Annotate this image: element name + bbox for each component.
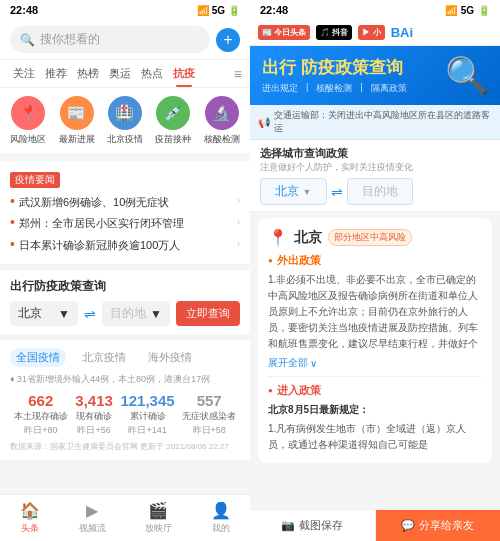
notice-text: 交通运输部：关闭进出中高风险地区所在县区的道路客运: [274, 109, 492, 135]
alert-item-0[interactable]: • 武汉新增6例确诊、10例无症状 ›: [10, 192, 240, 213]
data-source: 数据来源：国家卫生健康委员会官网 更新于 2021/08/06 22:27: [10, 441, 240, 452]
from-city-value: 北京: [18, 305, 42, 322]
policy-city-name: 北京: [294, 229, 322, 247]
battery-icon: 🔋: [228, 5, 240, 16]
to-city-arrow: ▼: [150, 307, 162, 321]
alert-tag: 疫情要闻: [10, 172, 60, 188]
hero-title-line2: 防疫政策查询: [301, 58, 403, 77]
ep-subtitle: ♦ 31省新增境外输入44例，本土80例，港澳台17例: [10, 373, 240, 386]
travel-row: 北京 ▼ ⇌ 目的地 ▼ 立即查询: [10, 301, 240, 326]
stat-confirmed-change: 昨日+56: [77, 424, 110, 437]
risk-badge: 部分地区中高风险: [328, 229, 412, 246]
home-icon: 🏠: [20, 501, 40, 520]
right-from-city-arrow: ▼: [302, 187, 311, 197]
in-policy-title: 进入政策: [268, 383, 482, 398]
from-city-select[interactable]: 北京 ▼: [10, 301, 78, 326]
tab-olympics[interactable]: 奥运: [104, 60, 136, 87]
vaccine-label: 疫苗接种: [155, 133, 191, 146]
latest-icon: 📰: [60, 96, 94, 130]
alert-dot-2: •: [10, 236, 15, 252]
tab-hotlist[interactable]: 热榜: [72, 60, 104, 87]
left-status-bar: 22:48 📶 5G 🔋: [0, 0, 250, 20]
hero-sub-0: 进出规定: [262, 82, 298, 95]
in-policy-subtitle: 北京8月5日最新规定：: [268, 402, 482, 418]
add-button[interactable]: +: [216, 28, 240, 52]
share-icon: 💬: [401, 519, 415, 532]
bn-cinema-label: 放映厅: [145, 522, 172, 535]
to-city-select[interactable]: 目的地 ▼: [102, 301, 170, 326]
share-friends-button[interactable]: 💬 分享给亲友: [376, 510, 501, 541]
swap-arrow-icon: ⇌: [84, 306, 96, 322]
icon-nucleic[interactable]: 🔬 核酸检测: [200, 96, 244, 146]
alert-section: 疫情要闻 • 武汉新增6例确诊、10例无症状 › • 郑州：全市居民小区实行闭环…: [0, 161, 250, 264]
right-top-bar: 📰 今日头条 🎵 抖音 ▶ 小 BAi: [250, 20, 500, 46]
icon-latest[interactable]: 📰 最新进展: [55, 96, 99, 146]
alert-arrow-0: ›: [237, 195, 240, 206]
alert-item-1[interactable]: • 郑州：全市居民小区实行闭环管理 ›: [10, 213, 240, 234]
search-bar: 🔍 搜你想看的 +: [0, 20, 250, 60]
city-from-to: 北京 ▼ ⇌ 目的地: [260, 178, 413, 205]
city-selector-section: 选择城市查询政策 注意做好个人防护，实时关注疫情变化 北京 ▼ ⇌ 目的地: [250, 140, 500, 212]
icon-vaccine[interactable]: 💉 疫苗接种: [151, 96, 195, 146]
query-button[interactable]: 立即查询: [176, 301, 240, 326]
ep-tab-beijing[interactable]: 北京疫情: [76, 348, 132, 367]
right-from-city-value: 北京: [275, 184, 299, 198]
policy-card: 📍 北京 部分地区中高风险 外出政策 1.非必须不出境、非必要不出京，全市已确定…: [258, 218, 492, 463]
douyin-logo: 🎵 抖音: [316, 25, 352, 40]
icon-row: 📍 风险地区 📰 最新进展 🏥 北京疫情 💉 疫苗接种 🔬 核酸检测: [0, 88, 250, 155]
left-status-icons: 📶 5G 🔋: [197, 5, 240, 16]
search-input-wrap[interactable]: 🔍 搜你想看的: [10, 26, 210, 53]
screenshot-label: 截图保存: [299, 518, 343, 533]
stat-local: 662 本土现存确诊 昨日+80: [14, 392, 68, 437]
share-label: 分享给亲友: [419, 518, 474, 533]
stat-asymp-change: 昨日+58: [193, 424, 226, 437]
city-note: 注意做好个人防护，实时关注疫情变化: [260, 161, 413, 174]
stat-confirmed-num: 3,413: [75, 392, 113, 409]
notice-icon: 📢: [258, 117, 270, 128]
bn-cinema[interactable]: 🎬 放映厅: [145, 501, 172, 535]
in-policy-text: 1.凡有病例发生地市（市）全域进（返）京人员，或通过各种渠道得知自己可能是: [268, 421, 482, 453]
hero-title-line1: 出行: [262, 58, 296, 77]
right-to-city[interactable]: 目的地: [347, 178, 414, 205]
tab-recommend[interactable]: 推荐: [40, 60, 72, 87]
icon-risk-area[interactable]: 📍 风险地区: [6, 96, 50, 146]
tab-follow[interactable]: 关注: [8, 60, 40, 87]
travel-title: 出行防疫政策查询: [10, 278, 240, 295]
alert-text-2: 日本累计确诊新冠肺炎逾100万人: [19, 238, 233, 253]
hero-sub-1: 核酸检测: [316, 82, 352, 95]
signal-icon: 📶: [197, 5, 209, 16]
ep-tab-overseas[interactable]: 海外疫情: [142, 348, 198, 367]
policy-content: 📍 北京 部分地区中高风险 外出政策 1.非必须不出境、非必要不出京，全市已确定…: [250, 212, 500, 509]
bn-video[interactable]: ▶ 视频流: [79, 501, 106, 535]
stat-total: 121,345 累计确诊 昨日+141: [120, 392, 174, 437]
epidemic-tabs: 全国疫情 北京疫情 海外疫情: [10, 348, 240, 367]
hero-sub-divider1: |: [360, 82, 362, 95]
alert-item-2[interactable]: • 日本累计确诊新冠肺炎逾100万人 ›: [10, 235, 240, 256]
tab-epidemic[interactable]: 抗疫: [168, 60, 200, 87]
bn-home[interactable]: 🏠 头条: [20, 501, 40, 535]
from-city-arrow: ▼: [58, 307, 70, 321]
alert-arrow-2: ›: [237, 238, 240, 249]
tab-hotspot[interactable]: 热点: [136, 60, 168, 87]
stat-asymp: 557 无症状感染者 昨日+58: [182, 392, 236, 437]
policy-divider: [268, 376, 482, 377]
xigua-logo: ▶ 小: [358, 25, 384, 40]
latest-label: 最新进展: [59, 133, 95, 146]
alert-text-1: 郑州：全市居民小区实行闭环管理: [19, 216, 233, 231]
bn-profile[interactable]: 👤 我的: [211, 501, 231, 535]
expand-button[interactable]: 展开全部 ∨: [268, 356, 482, 370]
right-swap-icon[interactable]: ⇌: [331, 184, 343, 200]
stat-confirmed: 3,413 现有确诊 昨日+56: [75, 392, 113, 437]
hero-banner: 出行 防疫政策查询 进出规定 | 核酸检测 | 隔离政策 🔍: [250, 46, 500, 105]
right-status-bar: 22:48 📶 5G 🔋: [250, 0, 500, 20]
left-time: 22:48: [10, 4, 38, 16]
ep-tab-national[interactable]: 全国疫情: [10, 348, 66, 367]
expand-label: 展开全部: [268, 356, 308, 370]
alert-arrow-1: ›: [237, 216, 240, 227]
alert-dot-1: •: [10, 214, 15, 230]
stat-local-num: 662: [28, 392, 53, 409]
nav-more-icon[interactable]: ≡: [234, 66, 242, 82]
screenshot-save-button[interactable]: 📷 截图保存: [250, 510, 376, 541]
right-from-city[interactable]: 北京 ▼: [260, 178, 327, 205]
icon-beijing-epidemic[interactable]: 🏥 北京疫情: [103, 96, 147, 146]
